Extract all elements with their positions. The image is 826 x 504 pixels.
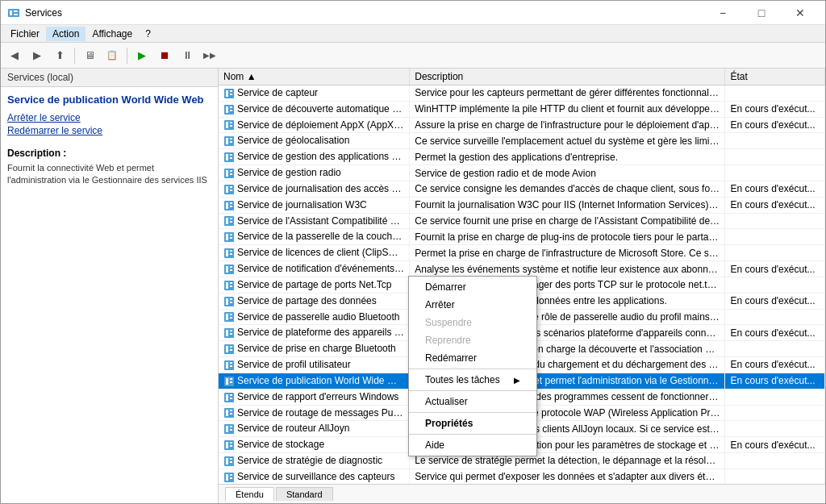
- svg-rect-23: [230, 157, 232, 159]
- svg-rect-74: [230, 362, 232, 364]
- table-row[interactable]: Service de déploiement AppX (AppXSVC)Ass…: [219, 117, 825, 133]
- service-desc: Permet la prise en charge de l'infrastru…: [410, 245, 725, 261]
- svg-rect-28: [224, 185, 234, 194]
- service-icon: [223, 439, 235, 451]
- svg-rect-91: [230, 429, 232, 431]
- service-desc: Analyse les événements système et notifi…: [410, 261, 725, 277]
- service-icon: [223, 200, 235, 211]
- ctx-item-propriétés[interactable]: Propriétés: [409, 414, 536, 432]
- service-status: [725, 341, 825, 357]
- svg-rect-94: [230, 442, 232, 444]
- close-button[interactable]: ✕: [782, 1, 819, 25]
- svg-rect-13: [226, 122, 228, 128]
- table-row[interactable]: Service de l'Assistant Compatibilité des…: [219, 213, 825, 229]
- svg-rect-61: [226, 314, 228, 320]
- table-row[interactable]: Service de surveillance des capteursServ…: [219, 469, 825, 484]
- svg-rect-69: [226, 346, 228, 352]
- toolbar-pause[interactable]: ⏸: [177, 45, 198, 66]
- svg-rect-38: [230, 218, 232, 219]
- service-name: Service de capteur: [219, 85, 410, 102]
- link-stop-service[interactable]: Arrêter le service: [7, 112, 211, 123]
- svg-rect-42: [230, 234, 232, 235]
- ctx-label: Suspendre: [425, 317, 472, 328]
- table-row[interactable]: Service de capteurService pour les capte…: [219, 85, 825, 102]
- ctx-item-redémarrer[interactable]: Redémarrer: [409, 349, 536, 367]
- svg-rect-97: [226, 458, 228, 464]
- left-panel-links: Arrêter le service Redémarrer le service: [7, 112, 211, 138]
- link-restart-service[interactable]: Redémarrer le service: [7, 125, 211, 136]
- menu-help[interactable]: ?: [139, 27, 157, 41]
- toolbar-play[interactable]: ▶: [131, 45, 152, 66]
- svg-rect-102: [230, 474, 232, 476]
- toolbar-back[interactable]: ◀: [4, 45, 25, 66]
- table-row[interactable]: Service de gestion radioService de gesti…: [219, 165, 825, 181]
- service-desc: Ce service consigne les demandes d'accès…: [410, 181, 725, 197]
- menu-fichier[interactable]: Fichier: [4, 27, 46, 41]
- table-row[interactable]: Service de gestion des applications d'en…: [219, 149, 825, 165]
- table-row[interactable]: Service de géolocalisationCe service sur…: [219, 133, 825, 149]
- table-row[interactable]: Service de découverte automatique de Pro…: [219, 101, 825, 117]
- maximize-button[interactable]: □: [743, 1, 780, 25]
- window-title: Services: [25, 7, 62, 19]
- svg-rect-8: [224, 105, 234, 115]
- menu-action[interactable]: Action: [46, 27, 86, 41]
- ctx-item-suspendre: Suspendre: [409, 314, 536, 331]
- tab-standard[interactable]: Standard: [276, 487, 333, 501]
- ctx-separator: [409, 390, 536, 391]
- ctx-item-aide[interactable]: Aide: [409, 436, 536, 454]
- svg-rect-84: [224, 408, 234, 418]
- svg-rect-83: [230, 398, 232, 399]
- minimize-button[interactable]: −: [704, 1, 741, 25]
- toolbar-forward[interactable]: ▶: [27, 45, 48, 66]
- menu-affichage[interactable]: Affichage: [86, 27, 139, 41]
- table-row[interactable]: Service de journalisation des accès util…: [219, 181, 825, 197]
- ctx-item-arrêter[interactable]: Arrêter: [409, 296, 536, 314]
- service-icon: [223, 152, 235, 163]
- service-name: Service de partage des données: [219, 293, 410, 309]
- col-status[interactable]: État: [725, 69, 825, 85]
- svg-rect-73: [226, 362, 228, 369]
- toolbar-properties[interactable]: 📋: [102, 45, 123, 66]
- service-name: Service de profil utilisateur: [219, 357, 410, 373]
- service-status: En cours d'exécut...: [725, 373, 825, 389]
- address-bar-text: Services (local): [7, 72, 73, 83]
- ctx-item-actualiser[interactable]: Actualiser: [409, 393, 536, 410]
- svg-rect-7: [230, 94, 232, 95]
- service-name: Service de routeur AllJoyn: [219, 421, 410, 437]
- ctx-item-toutes-les-tâches[interactable]: Toutes les tâches▶: [409, 371, 536, 389]
- toolbar-stop[interactable]: ⏹: [154, 45, 175, 66]
- service-icon: [223, 231, 235, 243]
- toolbar-computer[interactable]: 🖥: [79, 45, 100, 66]
- table-row[interactable]: Service de journalisation W3CFournit la …: [219, 197, 825, 213]
- ctx-arrow: ▶: [514, 376, 520, 385]
- toolbar-restart[interactable]: ▶▶: [199, 45, 220, 66]
- svg-rect-59: [230, 302, 232, 303]
- col-desc[interactable]: Description: [410, 69, 725, 85]
- col-name[interactable]: Nom ▲: [219, 69, 410, 85]
- service-status: En cours d'exécut...: [725, 325, 825, 341]
- table-row[interactable]: Service de licences de client (ClipSVC)P…: [219, 245, 825, 261]
- ctx-separator: [409, 412, 536, 413]
- status-bar: Étendu Standard: [219, 484, 825, 503]
- svg-rect-98: [230, 458, 232, 460]
- service-icon: [223, 248, 235, 259]
- toolbar-up[interactable]: ⬆: [49, 45, 70, 66]
- tab-etendu[interactable]: Étendu: [225, 487, 274, 502]
- table-row[interactable]: Service de notification d'événements sys…: [219, 261, 825, 277]
- service-icon: [223, 104, 235, 115]
- svg-rect-47: [230, 253, 232, 255]
- svg-rect-41: [226, 234, 228, 240]
- svg-rect-53: [226, 282, 228, 289]
- ctx-item-démarrer[interactable]: Démarrer: [409, 278, 536, 296]
- svg-rect-88: [224, 424, 234, 434]
- svg-rect-26: [230, 170, 232, 172]
- svg-rect-54: [230, 282, 232, 284]
- svg-rect-51: [230, 269, 232, 271]
- service-icon: [223, 311, 235, 323]
- svg-rect-95: [230, 445, 232, 447]
- ctx-label: Redémarrer: [425, 352, 477, 364]
- table-row[interactable]: Service de la passerelle de la couche Ap…: [219, 229, 825, 245]
- svg-rect-64: [224, 328, 234, 338]
- service-status: En cours d'exécut...: [725, 181, 825, 197]
- svg-rect-58: [230, 298, 232, 300]
